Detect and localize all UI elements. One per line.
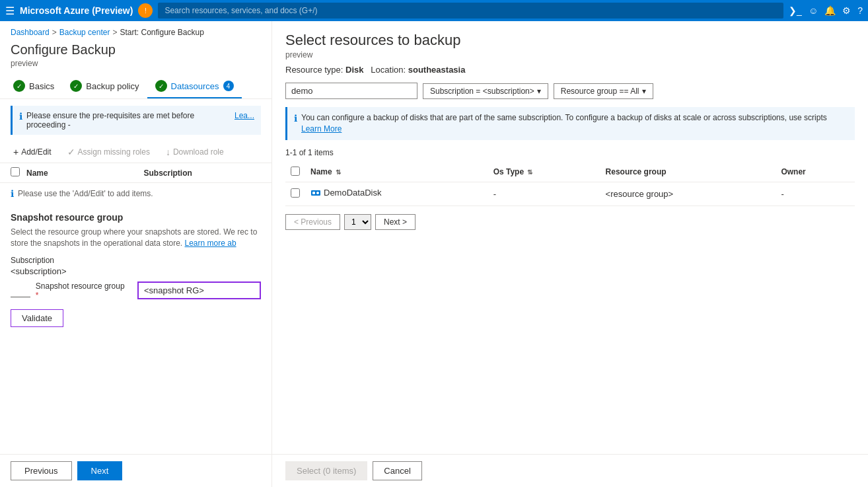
info-small-icon: ℹ	[11, 188, 14, 199]
resource-group-filter-chip[interactable]: Resource group == All ▾	[554, 83, 653, 99]
snapshot-rg-input[interactable]	[137, 281, 261, 299]
name-sort-icon[interactable]: ⇅	[336, 169, 341, 176]
pagination-previous-button[interactable]: < Previous	[285, 214, 340, 230]
row-name: DemoDataDisk	[324, 188, 381, 198]
snapshot-learn-more-link[interactable]: Learn more ab	[185, 239, 236, 248]
resources-table-header: Name ⇅ Os Type ⇅ Resource group Owner	[285, 163, 855, 182]
subscription-value: <subscription>	[11, 266, 261, 276]
col-resource-group-header: Resource group	[600, 163, 776, 182]
pagination-page-select[interactable]: 1	[344, 214, 371, 230]
info-banner: ℹ You can configure a backup of disks th…	[285, 107, 855, 140]
download-roles-button[interactable]: ↓ Download role	[163, 145, 227, 159]
page-subtitle: preview	[0, 59, 271, 75]
chevron-down-icon-rg: ▾	[642, 87, 646, 96]
tab-datasources[interactable]: ✓ Datasources 4	[147, 75, 242, 98]
info-icon: ℹ	[19, 111, 22, 122]
next-button[interactable]: Next	[77, 461, 123, 480]
learn-more-link[interactable]: Learn More	[301, 124, 342, 133]
info-banner-text: You can configure a backup of disks that…	[301, 113, 827, 122]
snapshot-section-desc: Select the resource group where your sna…	[11, 227, 261, 249]
topnav-actions: ❯_ ☺ 🔔 ⚙ ?	[789, 5, 863, 16]
subscription-label: Subscription	[11, 256, 261, 265]
terminal-icon[interactable]: ❯_	[789, 5, 802, 16]
table-empty-message: ℹ Please use the 'Add/Edit' to add items…	[0, 183, 271, 204]
right-panel-title: Select resources to backup	[285, 32, 855, 49]
chevron-down-icon: ▾	[537, 87, 541, 96]
tab-backup-policy[interactable]: ✓ Backup policy	[62, 75, 147, 98]
right-panel-content: Select resources to backup preview Resou…	[272, 21, 868, 454]
app-title: Microsoft Azure (Preview)	[20, 5, 133, 16]
left-panel: Dashboard > Backup center > Start: Confi…	[0, 21, 272, 487]
os-type-sort-icon[interactable]: ⇅	[527, 169, 532, 176]
col-owner-header: Owner	[776, 163, 855, 182]
svg-rect-1	[312, 192, 315, 194]
col-subscription-header: Subscription	[144, 169, 262, 178]
cancel-button[interactable]: Cancel	[373, 461, 421, 480]
basics-check-icon: ✓	[13, 80, 25, 92]
add-edit-button[interactable]: + Add/Edit	[11, 145, 54, 159]
snapshot-rg-label: Snapshot resource group *	[36, 281, 129, 300]
hamburger-menu-icon[interactable]: ☰	[5, 5, 15, 17]
svg-point-2	[316, 192, 319, 194]
feedback-icon[interactable]: ☺	[809, 5, 818, 16]
resources-table: Name ⇅ Os Type ⇅ Resource group Owner	[285, 163, 855, 206]
subscription-filter-label: Subscription = <subscription>	[430, 87, 534, 96]
subscription-row: Subscription <subscription>	[11, 256, 261, 276]
notification-icon-orange[interactable]: !	[138, 3, 153, 18]
select-all-checkbox[interactable]	[11, 167, 20, 176]
pagination-next-button[interactable]: Next >	[375, 214, 416, 230]
select-all-resources-checkbox[interactable]	[291, 167, 300, 176]
settings-icon[interactable]: ⚙	[842, 5, 851, 16]
snapshot-section-title: Snapshot resource group	[11, 212, 261, 223]
resource-type: Disk	[345, 65, 363, 75]
breadcrumb-backup-center[interactable]: Backup center	[59, 28, 110, 37]
datasources-toolbar: + Add/Edit ✓ Assign missing roles ↓ Down…	[0, 141, 271, 163]
main-container: Dashboard > Backup center > Start: Confi…	[0, 21, 868, 487]
required-indicator: *	[36, 291, 39, 300]
info-banner-icon: ℹ	[294, 112, 297, 126]
prerequisites-link[interactable]: Lea...	[235, 111, 254, 120]
datasources-check-icon: ✓	[155, 80, 167, 92]
right-panel-preview: preview	[285, 50, 855, 59]
table-row: DemoDataDisk - <resource group> -	[285, 182, 855, 206]
resource-search-input[interactable]	[285, 83, 417, 99]
filter-bar: Subscription = <subscription> ▾ Resource…	[285, 83, 855, 99]
resources-table-body: DemoDataDisk - <resource group> -	[285, 182, 855, 206]
prerequisites-info-bar: ℹ Please ensure the pre-requisites are m…	[11, 106, 261, 135]
row-checkbox-cell	[285, 182, 305, 206]
resource-group-filter-label: Resource group == All	[561, 87, 639, 96]
row-owner-cell: -	[776, 182, 855, 206]
top-navigation: ☰ Microsoft Azure (Preview) ! ❯_ ☺ 🔔 ⚙ ?	[0, 0, 868, 21]
snapshot-section: Snapshot resource group Select the resou…	[0, 204, 271, 335]
tab-basics[interactable]: ✓ Basics	[5, 75, 62, 98]
row-select-checkbox[interactable]	[291, 188, 300, 198]
snapshot-rg-row: Snapshot resource group *	[11, 281, 261, 300]
tab-datasources-label: Datasources	[171, 81, 219, 91]
datasources-badge: 4	[223, 81, 234, 91]
pagination: < Previous 1 Next >	[285, 214, 855, 230]
right-panel-bottom: Select (0 items) Cancel	[272, 454, 868, 487]
row-resource-group-cell: <resource group>	[600, 182, 776, 206]
empty-message-text: Please use the 'Add/Edit' to add items.	[18, 189, 153, 198]
assign-icon: ✓	[67, 147, 75, 157]
select-items-button[interactable]: Select (0 items)	[285, 461, 367, 480]
disk-icon	[310, 188, 321, 198]
assign-roles-button[interactable]: ✓ Assign missing roles	[65, 145, 153, 159]
previous-button[interactable]: Previous	[11, 461, 72, 480]
download-icon: ↓	[166, 147, 170, 157]
breadcrumb-dashboard[interactable]: Dashboard	[11, 28, 50, 37]
add-edit-label: Add/Edit	[21, 147, 51, 157]
bell-icon[interactable]: 🔔	[824, 5, 836, 16]
resource-info: Resource type: Disk Location: southeasta…	[285, 65, 855, 75]
backup-policy-check-icon: ✓	[70, 80, 82, 92]
col-name-header: Name	[26, 169, 144, 178]
global-search-input[interactable]	[158, 3, 783, 19]
help-icon[interactable]: ?	[857, 5, 863, 16]
row-os-type-cell: -	[488, 182, 600, 206]
left-panel-content: ℹ Please ensure the pre-requisites are m…	[0, 99, 271, 454]
subscription-filter-chip[interactable]: Subscription = <subscription> ▾	[423, 83, 548, 99]
tab-basics-label: Basics	[29, 81, 54, 91]
page-title: Configure Backup	[0, 40, 271, 59]
wizard-tabs: ✓ Basics ✓ Backup policy ✓ Datasources 4	[0, 75, 271, 99]
validate-button[interactable]: Validate	[11, 309, 63, 327]
